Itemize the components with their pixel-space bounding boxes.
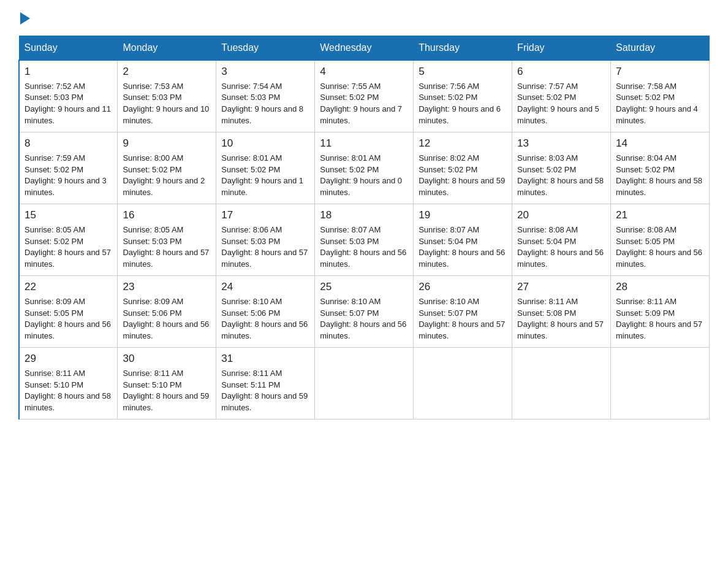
day-number: 8 [25, 136, 112, 151]
sunset-text: Sunset: 5:02 PM [419, 165, 477, 174]
calendar-cell: 25Sunrise: 8:10 AMSunset: 5:07 PMDayligh… [315, 276, 414, 348]
day-number: 4 [320, 64, 408, 80]
sunrise-text: Sunrise: 8:11 AM [25, 369, 85, 378]
daylight-text: Daylight: 8 hours and 57 minutes. [221, 248, 308, 269]
sunrise-text: Sunrise: 8:10 AM [419, 297, 479, 306]
daylight-text: Daylight: 9 hours and 6 minutes. [419, 104, 501, 125]
day-number: 21 [616, 208, 704, 223]
daylight-text: Daylight: 8 hours and 56 minutes. [123, 320, 209, 340]
calendar-cell: 19Sunrise: 8:07 AMSunset: 5:04 PMDayligh… [414, 204, 512, 276]
day-number: 25 [320, 280, 408, 295]
header-row: SundayMondayTuesdayWednesdayThursdayFrid… [19, 36, 710, 61]
logo-triangle-icon [20, 12, 30, 25]
calendar-week-2: 8Sunrise: 7:59 AMSunset: 5:02 PMDaylight… [19, 132, 710, 204]
calendar-cell: 21Sunrise: 8:08 AMSunset: 5:05 PMDayligh… [611, 204, 710, 276]
sunset-text: Sunset: 5:03 PM [221, 237, 280, 246]
calendar-cell: 29Sunrise: 8:11 AMSunset: 5:10 PMDayligh… [19, 348, 118, 419]
calendar-cell: 16Sunrise: 8:05 AMSunset: 5:03 PMDayligh… [118, 204, 216, 276]
calendar-cell: 27Sunrise: 8:11 AMSunset: 5:08 PMDayligh… [512, 276, 611, 348]
sunset-text: Sunset: 5:02 PM [123, 165, 181, 174]
day-number: 15 [25, 208, 112, 223]
day-number: 11 [320, 136, 408, 151]
day-number: 19 [419, 208, 507, 223]
sunrise-text: Sunrise: 8:07 AM [419, 225, 479, 234]
calendar-cell: 8Sunrise: 7:59 AMSunset: 5:02 PMDaylight… [19, 132, 118, 204]
sunrise-text: Sunrise: 8:03 AM [517, 153, 578, 163]
calendar-cell: 15Sunrise: 8:05 AMSunset: 5:02 PMDayligh… [19, 204, 118, 276]
sunset-text: Sunset: 5:02 PM [517, 165, 576, 174]
daylight-text: Daylight: 9 hours and 2 minutes. [123, 176, 205, 197]
day-number: 13 [517, 136, 605, 151]
sunset-text: Sunset: 5:03 PM [221, 93, 280, 102]
page-header [18, 12, 710, 23]
day-number: 22 [25, 280, 112, 295]
calendar-cell [414, 348, 512, 419]
sunset-text: Sunset: 5:05 PM [25, 308, 83, 318]
sunrise-text: Sunrise: 7:54 AM [221, 82, 282, 91]
day-number: 7 [616, 64, 704, 80]
daylight-text: Daylight: 8 hours and 56 minutes. [616, 248, 702, 269]
calendar-cell: 5Sunrise: 7:56 AMSunset: 5:02 PMDaylight… [414, 60, 512, 132]
sunrise-text: Sunrise: 8:10 AM [320, 297, 381, 306]
day-number: 17 [221, 208, 309, 223]
sunset-text: Sunset: 5:02 PM [616, 165, 675, 174]
sunrise-text: Sunrise: 7:55 AM [320, 82, 381, 91]
daylight-text: Daylight: 9 hours and 3 minutes. [25, 176, 107, 197]
daylight-text: Daylight: 9 hours and 0 minutes. [320, 176, 402, 197]
sunset-text: Sunset: 5:02 PM [320, 165, 379, 174]
sunrise-text: Sunrise: 8:11 AM [221, 369, 282, 378]
daylight-text: Daylight: 9 hours and 1 minute. [221, 176, 303, 197]
daylight-text: Daylight: 8 hours and 58 minutes. [25, 391, 111, 412]
sunrise-text: Sunrise: 7:56 AM [419, 82, 479, 91]
daylight-text: Daylight: 9 hours and 5 minutes. [517, 104, 599, 125]
calendar-cell [315, 348, 414, 419]
calendar-cell: 7Sunrise: 7:58 AMSunset: 5:02 PMDaylight… [611, 60, 710, 132]
sunrise-text: Sunrise: 8:01 AM [221, 153, 282, 163]
calendar-cell: 3Sunrise: 7:54 AMSunset: 5:03 PMDaylight… [216, 60, 315, 132]
day-number: 3 [221, 64, 309, 80]
sunset-text: Sunset: 5:07 PM [419, 308, 477, 318]
calendar-cell [512, 348, 611, 419]
calendar-cell [611, 348, 710, 419]
day-number: 18 [320, 208, 408, 223]
daylight-text: Daylight: 8 hours and 59 minutes. [123, 391, 209, 412]
daylight-text: Daylight: 8 hours and 57 minutes. [616, 320, 702, 340]
sunset-text: Sunset: 5:02 PM [221, 165, 280, 174]
sunrise-text: Sunrise: 8:09 AM [25, 297, 85, 306]
daylight-text: Daylight: 8 hours and 56 minutes. [419, 248, 505, 269]
calendar-cell: 20Sunrise: 8:08 AMSunset: 5:04 PMDayligh… [512, 204, 611, 276]
sunrise-text: Sunrise: 8:01 AM [320, 153, 381, 163]
calendar-cell: 2Sunrise: 7:53 AMSunset: 5:03 PMDaylight… [118, 60, 216, 132]
sunset-text: Sunset: 5:02 PM [517, 93, 576, 102]
daylight-text: Daylight: 8 hours and 59 minutes. [419, 176, 505, 197]
sunrise-text: Sunrise: 8:06 AM [221, 225, 282, 234]
header-day-monday: Monday [118, 36, 216, 61]
calendar-cell: 4Sunrise: 7:55 AMSunset: 5:02 PMDaylight… [315, 60, 414, 132]
sunset-text: Sunset: 5:02 PM [419, 93, 477, 102]
header-day-tuesday: Tuesday [216, 36, 315, 61]
calendar-week-4: 22Sunrise: 8:09 AMSunset: 5:05 PMDayligh… [19, 276, 710, 348]
sunset-text: Sunset: 5:08 PM [517, 308, 576, 318]
sunset-text: Sunset: 5:07 PM [320, 308, 379, 318]
logo [18, 12, 30, 23]
sunrise-text: Sunrise: 7:57 AM [517, 82, 578, 91]
sunset-text: Sunset: 5:03 PM [25, 93, 83, 102]
calendar-cell: 22Sunrise: 8:09 AMSunset: 5:05 PMDayligh… [19, 276, 118, 348]
sunrise-text: Sunrise: 8:05 AM [123, 225, 183, 234]
day-number: 6 [517, 64, 605, 80]
daylight-text: Daylight: 9 hours and 7 minutes. [320, 104, 402, 125]
sunrise-text: Sunrise: 8:07 AM [320, 225, 381, 234]
sunset-text: Sunset: 5:10 PM [123, 380, 181, 389]
calendar-week-3: 15Sunrise: 8:05 AMSunset: 5:02 PMDayligh… [19, 204, 710, 276]
day-number: 1 [25, 64, 112, 80]
day-number: 5 [419, 64, 507, 80]
sunset-text: Sunset: 5:03 PM [123, 93, 181, 102]
day-number: 23 [123, 280, 211, 295]
sunset-text: Sunset: 5:06 PM [123, 308, 181, 318]
calendar-week-1: 1Sunrise: 7:52 AMSunset: 5:03 PMDaylight… [19, 60, 710, 132]
sunrise-text: Sunrise: 8:11 AM [616, 297, 677, 306]
sunset-text: Sunset: 5:05 PM [616, 237, 675, 246]
daylight-text: Daylight: 8 hours and 58 minutes. [517, 176, 604, 197]
sunset-text: Sunset: 5:06 PM [221, 308, 280, 318]
day-number: 27 [517, 280, 605, 295]
